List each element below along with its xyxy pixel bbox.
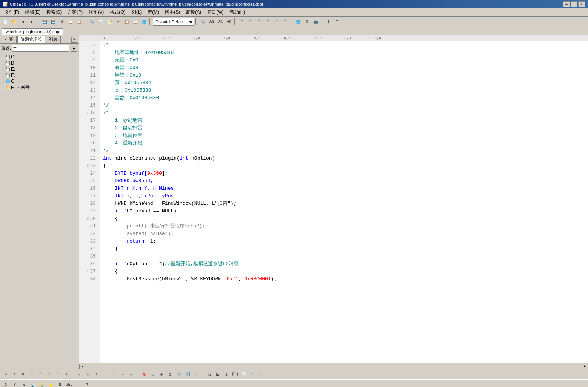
btb-bold[interactable]: B — [2, 370, 10, 379]
menu-script[interactable]: 脚本(S) — [162, 8, 183, 16]
tb-paste[interactable]: 📋 — [131, 18, 140, 26]
btb-btn9[interactable]: ⇒ — [119, 370, 127, 379]
tb-btn6[interactable]: 🔍 — [88, 18, 96, 26]
tree-item-c[interactable]: ⊞ 💾 C: — [1, 54, 78, 60]
btb-btn18[interactable]: Σ — [248, 370, 257, 379]
btb-btn6[interactable]: ↕ — [92, 370, 101, 379]
sidebar-tab-list[interactable]: 列表 — [46, 36, 61, 43]
code-container[interactable]: □7 8 9 10 11 12 13 14 15 □16 17 18 19 20… — [79, 41, 588, 363]
btb-btn2[interactable]: ≡ — [36, 370, 45, 379]
btb-italic[interactable]: I — [10, 370, 18, 379]
sidebar-close-btn[interactable]: ✕ — [71, 37, 77, 43]
tree-item-ftp[interactable]: ⊞ 📁 FTP 帐号 — [1, 84, 78, 91]
tree-item-g[interactable]: ⊞ 🌐 G: — [1, 78, 78, 84]
tb-btn4[interactable]: 📋 — [66, 18, 75, 26]
fold-16[interactable]: □ — [87, 109, 89, 117]
menu-project[interactable]: 方案(P) — [65, 8, 86, 16]
menu-format[interactable]: 格式(O) — [107, 8, 128, 16]
hscroll-right-btn[interactable]: ▶ — [582, 364, 588, 369]
tb-btn12[interactable]: Aa — [216, 18, 225, 26]
btb-indent[interactable]: → — [75, 370, 83, 379]
tb-btn20[interactable]: 🌐 — [294, 18, 302, 26]
tb-open[interactable]: 📂 — [10, 18, 18, 26]
fold-23[interactable]: □ — [87, 162, 89, 170]
tb-find[interactable]: 🔍 — [199, 18, 207, 26]
btb-btn13[interactable]: ⊡ — [166, 370, 174, 379]
bt2-win[interactable]: ⊞ — [74, 381, 82, 387]
tb-btn15[interactable]: ≡ — [246, 18, 255, 26]
tb-btn11[interactable]: Aa — [208, 18, 216, 26]
menu-window[interactable]: 窗口(W) — [204, 8, 226, 16]
tree-item-f[interactable]: ⊞ 💾 F: — [1, 72, 78, 78]
menu-help[interactable]: 帮助(H) — [227, 8, 248, 16]
maximize-button[interactable]: □ — [571, 1, 577, 7]
fold-30[interactable]: □ — [87, 215, 89, 223]
menu-column[interactable]: 列(L) — [129, 8, 145, 16]
tb-info[interactable]: ℹ — [324, 18, 332, 26]
menu-edit[interactable]: 编辑(E) — [22, 8, 43, 16]
btb-underline[interactable]: U — [19, 370, 27, 379]
bt2-question[interactable]: ? — [83, 381, 91, 387]
tb-btn16[interactable]: ≡ — [255, 18, 263, 26]
tb-copy[interactable]: 📋 — [123, 18, 131, 26]
tab-main-file[interactable]: winmine_plugin(console).cpp — [2, 28, 63, 35]
tb-btn9[interactable]: ✂ — [114, 18, 122, 26]
bt2-star[interactable]: ⭐ — [47, 381, 55, 387]
tb-save[interactable]: 💾 — [40, 18, 49, 26]
bt2-yahoo[interactable]: Y — [11, 381, 19, 387]
btb-anchor[interactable]: ⚓ — [222, 370, 231, 379]
tb-btn22[interactable]: 📺 — [311, 18, 320, 26]
btb-btn10[interactable]: ✂ — [127, 370, 135, 379]
btb-btn16[interactable]: ? — [192, 370, 200, 379]
tb-print[interactable]: 🖨 — [58, 18, 66, 26]
btb-btn12[interactable]: ⊙ — [157, 370, 166, 379]
btb-btn17[interactable]: 📊 — [240, 370, 248, 379]
tb-help[interactable]: ? — [333, 18, 341, 26]
tb-btn13[interactable]: Aa — [225, 18, 233, 26]
btb-image[interactable]: 🖼 — [214, 370, 222, 379]
code-lines[interactable]: /* 地图基地址：0x01005340 无雷：0x0F 有雷：0x8F — [100, 41, 588, 363]
close-button[interactable]: ✕ — [578, 1, 585, 7]
btb-btn4[interactable]: ≡ — [54, 370, 62, 379]
bt2-bulb[interactable]: 💡 — [38, 381, 46, 387]
btb-outdent[interactable]: ← — [84, 370, 92, 379]
bt2-php[interactable]: php — [65, 381, 73, 387]
menu-advanced[interactable]: 高级(A) — [183, 8, 204, 16]
tb-btn14[interactable]: ≡ — [238, 18, 246, 26]
tb-btn7[interactable]: 📊 — [97, 18, 105, 26]
btb-btn11[interactable]: ☑ — [149, 370, 157, 379]
tb-new[interactable]: 📄 — [2, 18, 10, 26]
filter-apply-btn[interactable]: ▶ — [71, 45, 77, 52]
tb-btn5[interactable]: 📋 — [75, 18, 83, 26]
btb-btn15[interactable]: 🔢 — [183, 370, 192, 379]
bt2-google[interactable]: G — [2, 381, 10, 387]
fold-7[interactable]: □ — [90, 41, 92, 49]
tb-btn19[interactable]: ≡ — [281, 18, 289, 26]
menu-search[interactable]: 搜索(S) — [43, 8, 65, 16]
tb-saveall[interactable]: 💾 — [49, 18, 57, 26]
filter-input[interactable] — [12, 45, 69, 52]
btb-btn7[interactable]: ↓ — [101, 370, 109, 379]
btb-btn5[interactable]: A — [62, 370, 71, 379]
tree-item-d[interactable]: ⊞ 💾 D: — [1, 60, 78, 66]
menu-macro[interactable]: 宏(M) — [145, 8, 162, 16]
btb-table[interactable]: 🗂 — [205, 370, 213, 379]
bt2-wiki[interactable]: W — [20, 381, 28, 387]
minimize-button[interactable]: ─ — [563, 1, 570, 7]
btb-bookmark[interactable]: 🔖 — [140, 370, 148, 379]
menu-view[interactable]: 视图(V) — [86, 8, 107, 16]
tb-back[interactable]: ◀ — [19, 18, 27, 26]
btb-btn1[interactable]: ≡ — [28, 370, 36, 379]
hscroll-left-btn[interactable]: ◀ — [79, 364, 85, 369]
sidebar-tab-open[interactable]: 打开 — [2, 36, 17, 43]
tb-btn10[interactable]: 🌐 — [140, 18, 148, 26]
btb-btn14[interactable]: 📎 — [175, 370, 183, 379]
tb-forward[interactable]: ▶ — [28, 18, 36, 26]
menu-file[interactable]: 文件(F) — [2, 8, 22, 16]
horizontal-scrollbar[interactable]: ◀ ▶ — [79, 363, 588, 369]
sidebar-tab-explorer[interactable]: 资源管理器 — [17, 36, 45, 43]
bt2-n[interactable]: N — [56, 381, 64, 387]
btb-btn19[interactable]: ? — [257, 370, 265, 379]
tb-btn21[interactable]: 🖥 — [303, 18, 311, 26]
fold-37[interactable]: □ — [87, 268, 89, 275]
